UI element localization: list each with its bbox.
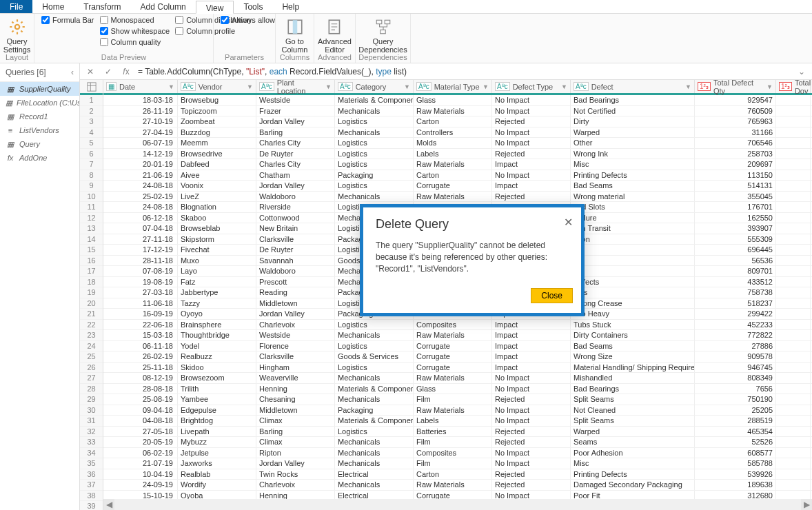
- cell-date[interactable]: 06-02-19: [103, 448, 178, 458]
- cell-qty[interactable]: 809701: [695, 266, 776, 276]
- cell-qty[interactable]: 514131: [695, 181, 776, 191]
- cell-vendor[interactable]: Edgepulse: [178, 405, 256, 416]
- tab-help[interactable]: Help: [272, 0, 309, 13]
- cell-vendor[interactable]: Voonix: [178, 181, 256, 191]
- cell-date[interactable]: 15-03-18: [103, 330, 178, 340]
- cell-category[interactable]: Materials & Components: [335, 384, 414, 394]
- cell-downtime[interactable]: [776, 202, 811, 212]
- cell-qty[interactable]: 808349: [695, 373, 776, 383]
- cell-category[interactable]: Electrical: [335, 491, 414, 500]
- cell-material[interactable]: Labels: [414, 416, 492, 426]
- cell-defect[interactable]: Warped: [571, 127, 695, 138]
- cell-plant[interactable]: Jordan Valley: [256, 181, 335, 191]
- tab-home[interactable]: Home: [32, 0, 74, 13]
- cell-defecttype[interactable]: Impact: [492, 330, 571, 340]
- query-item-2[interactable]: ▦Record1: [0, 110, 79, 123]
- chk-always-allow[interactable]: Always allow: [218, 15, 278, 25]
- row-number[interactable]: 32: [80, 427, 103, 438]
- cell-material[interactable]: Raw Materials: [414, 159, 492, 170]
- row-number[interactable]: 15: [80, 245, 103, 256]
- column-dropdown-icon[interactable]: ▼: [767, 83, 773, 90]
- cell-downtime[interactable]: [776, 159, 811, 170]
- cell-vendor[interactable]: Yambee: [178, 394, 256, 405]
- cell-date[interactable]: 06-07-19: [103, 138, 178, 148]
- cell-plant[interactable]: De Ruyter: [256, 149, 335, 159]
- cell-date[interactable]: 21-06-19: [103, 170, 178, 181]
- cell-plant[interactable]: Barling: [256, 427, 335, 437]
- column-dropdown-icon[interactable]: ▼: [685, 83, 691, 90]
- cell-qty[interactable]: 7656: [695, 384, 776, 394]
- cell-vendor[interactable]: Browsezoom: [178, 373, 256, 383]
- cell-downtime[interactable]: [776, 394, 811, 405]
- cell-defecttype[interactable]: No Impact: [492, 127, 571, 138]
- cell-date[interactable]: 25-02-19: [103, 192, 178, 202]
- cell-defect[interactable]: Bad Seams: [571, 341, 695, 351]
- cell-defecttype[interactable]: No Impact: [492, 138, 571, 148]
- cell-defect[interactable]: Split Seams: [571, 394, 695, 405]
- table-row[interactable]: 26-02-19RealbuzzClarksvilleGoods & Servi…: [103, 351, 812, 363]
- cell-category[interactable]: Goods & Services: [335, 351, 414, 362]
- cell-category[interactable]: Mechanicals: [335, 458, 414, 469]
- row-number[interactable]: 35: [80, 458, 103, 469]
- cell-vendor[interactable]: Brainsphere: [178, 320, 256, 330]
- cell-date[interactable]: 26-11-19: [103, 106, 178, 116]
- row-number[interactable]: 8: [80, 170, 103, 181]
- cell-qty[interactable]: 585788: [695, 458, 776, 469]
- cell-defecttype[interactable]: No Impact: [492, 170, 571, 181]
- cell-defecttype[interactable]: Rejected: [492, 427, 571, 437]
- table-row[interactable]: 06-02-19JetpulseRiptonMechanicalsComposi…: [103, 448, 812, 459]
- table-row[interactable]: 15-03-18ThoughtbridgeWestsideMechanicals…: [103, 330, 812, 341]
- cell-qty[interactable]: 946745: [695, 363, 776, 373]
- cell-downtime[interactable]: [776, 298, 811, 309]
- cell-downtime[interactable]: [776, 138, 811, 148]
- cell-material[interactable]: Raw Materials: [414, 480, 492, 490]
- column-dropdown-icon[interactable]: ▼: [561, 83, 567, 90]
- row-number[interactable]: 18: [80, 277, 103, 288]
- cell-qty[interactable]: 539926: [695, 469, 776, 480]
- row-number[interactable]: 19: [80, 287, 103, 298]
- cell-qty[interactable]: 465354: [695, 427, 776, 437]
- cell-qty[interactable]: 31166: [695, 127, 776, 138]
- table-row[interactable]: 10-04-19RealblabTwin RocksElectricalCart…: [103, 469, 812, 480]
- cell-plant[interactable]: Clarksville: [256, 351, 335, 362]
- row-number[interactable]: 3: [80, 116, 103, 127]
- table-row[interactable]: 28-08-18TrilithHenningMaterials & Compon…: [103, 384, 812, 395]
- cell-qty[interactable]: 393907: [695, 223, 776, 234]
- cell-downtime[interactable]: [776, 192, 811, 202]
- cell-qty[interactable]: 189638: [695, 480, 776, 490]
- horizontal-scrollbar[interactable]: ◀ ▶: [103, 499, 812, 510]
- cell-plant[interactable]: Riverside: [256, 202, 335, 212]
- cell-defect[interactable]: Seams: [571, 437, 695, 447]
- cell-defect[interactable]: Failure: [571, 213, 695, 223]
- cell-qty[interactable]: 706546: [695, 138, 776, 148]
- cell-qty[interactable]: 929547: [695, 95, 776, 105]
- cell-qty[interactable]: 162550: [695, 213, 776, 223]
- cell-downtime[interactable]: [776, 480, 811, 490]
- cell-plant[interactable]: Cottonwood: [256, 213, 335, 223]
- row-number[interactable]: 27: [80, 373, 103, 384]
- cell-qty[interactable]: 750190: [695, 394, 776, 405]
- query-settings-button[interactable]: Query Settings: [4, 15, 30, 57]
- cell-date[interactable]: 14-12-19: [103, 149, 178, 159]
- cell-plant[interactable]: Jordan Valley: [256, 458, 335, 469]
- cell-defect[interactable]: d in Transit: [571, 223, 695, 234]
- cell-vendor[interactable]: Browsedrive: [178, 149, 256, 159]
- table-row[interactable]: 09-04-18EdgepulseMiddletownPackagingRaw …: [103, 405, 812, 416]
- table-row[interactable]: 25-08-19YambeeChesaningMechanicalsFilmRe…: [103, 394, 812, 405]
- cell-vendor[interactable]: Tazzy: [178, 298, 256, 309]
- cell-downtime[interactable]: [776, 341, 811, 351]
- column-dropdown-icon[interactable]: ▼: [483, 83, 489, 90]
- cell-material[interactable]: Batteries: [414, 427, 492, 437]
- cell-vendor[interactable]: Blognation: [178, 202, 256, 212]
- table-row[interactable]: 24-08-18VoonixJordan ValleyLogisticsCorr…: [103, 181, 812, 192]
- cell-vendor[interactable]: Trilith: [178, 384, 256, 394]
- table-row[interactable]: 21-07-19JaxworksJordan ValleyMechanicals…: [103, 458, 812, 469]
- cell-defect[interactable]: ms: [571, 256, 695, 266]
- row-number[interactable]: 34: [80, 448, 103, 459]
- row-number[interactable]: 36: [80, 469, 103, 480]
- row-number[interactable]: 25: [80, 351, 103, 363]
- cell-defecttype[interactable]: Rejected: [492, 469, 571, 480]
- chk-formula-bar[interactable]: Formula Bar: [39, 15, 97, 25]
- cell-qty[interactable]: 696445: [695, 245, 776, 255]
- cell-qty[interactable]: 113150: [695, 170, 776, 181]
